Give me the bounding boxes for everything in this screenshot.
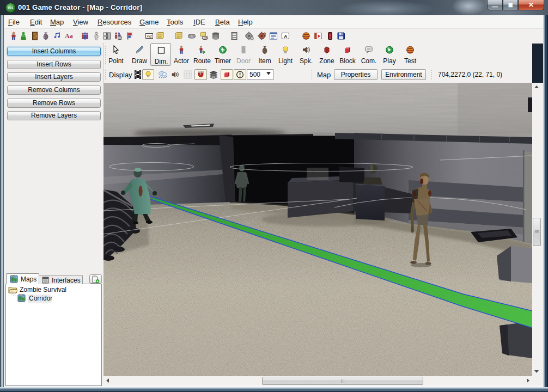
svg-text:A: A xyxy=(284,34,287,39)
svg-text:xyz: xyz xyxy=(147,34,152,39)
svg-text:Aa: Aa xyxy=(65,32,73,40)
